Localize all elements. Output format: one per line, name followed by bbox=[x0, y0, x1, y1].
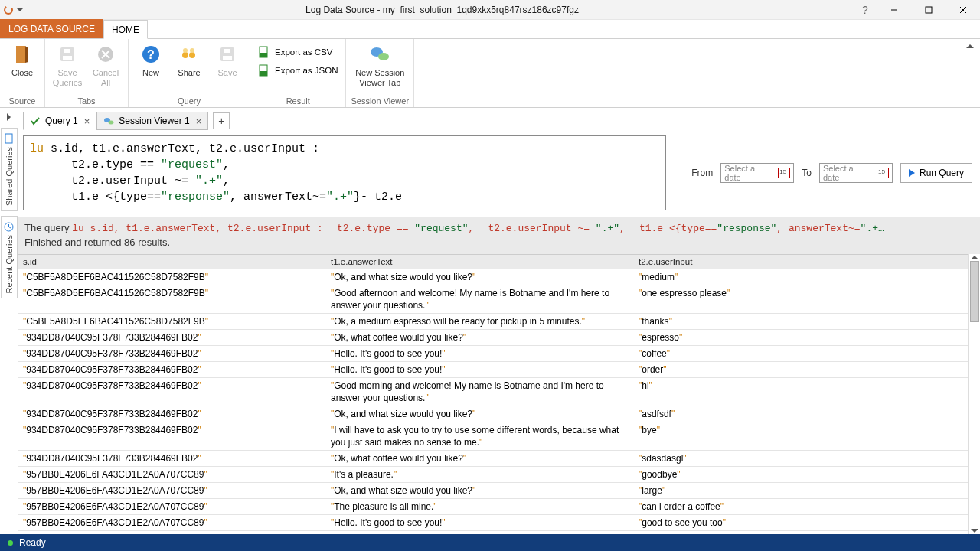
table-header: s.id t1.e.answerText t2.e.userInput bbox=[18, 254, 968, 269]
status-bar: Ready bbox=[0, 534, 980, 551]
ribbon-group-session-viewer: New Session Viewer Tab Session Viewer bbox=[346, 39, 414, 107]
ribbon-group-tabs: Save Queries Cancel All Tabs bbox=[45, 39, 129, 107]
session-viewer-icon bbox=[369, 44, 390, 65]
table-row[interactable]: "C5BF5A8D5EF6BAC411526C58D7582F9B""Ok, a… bbox=[18, 314, 968, 330]
help-button[interactable]: ? bbox=[854, 0, 877, 20]
table-row[interactable]: "934DD87040C95F378F733B284469FB02""Ok, w… bbox=[18, 330, 968, 346]
share-query-button[interactable]: Share bbox=[172, 41, 207, 78]
svg-rect-8 bbox=[63, 56, 72, 60]
run-query-button[interactable]: Run Query bbox=[900, 163, 972, 183]
shared-queries-tab[interactable]: Shared Queries bbox=[1, 128, 18, 211]
svg-point-16 bbox=[189, 52, 195, 58]
table-row[interactable]: "957BB0E4206E6FA43CD1E2A0A707CC89""Ok, a… bbox=[18, 483, 968, 499]
query-controls: From Select a date To Select a date Run … bbox=[674, 163, 972, 183]
table-row[interactable]: "957BB0E4206E6FA43CD1E2A0A707CC89""Hello… bbox=[18, 515, 968, 531]
save-icon bbox=[217, 44, 238, 65]
app-logo-icon bbox=[3, 5, 14, 15]
table-row[interactable]: "957BB0E4206E6FA43CD1E2A0A707CC89""Ok, w… bbox=[18, 531, 968, 534]
to-date-picker[interactable]: Select a date bbox=[819, 163, 893, 183]
table-row[interactable]: "C5BF5A8D5EF6BAC411526C58D7582F9B""Good … bbox=[18, 285, 968, 314]
save-query-button[interactable]: Save bbox=[210, 41, 245, 78]
save-icon bbox=[57, 44, 78, 65]
ribbon-tabstrip: LOG DATA SOURCE HOME bbox=[0, 20, 980, 39]
col-sid[interactable]: s.id bbox=[18, 255, 326, 269]
document-tabstrip: Query 1 × Session Viewer 1 × + bbox=[18, 108, 980, 129]
col-userinput[interactable]: t2.e.userInput bbox=[634, 255, 968, 269]
table-body: "C5BF5A8D5EF6BAC411526C58D7582F9B""Ok, a… bbox=[18, 269, 968, 534]
svg-rect-9 bbox=[64, 49, 70, 53]
ribbon-group-label: Tabs bbox=[77, 96, 95, 107]
ribbon-tab-log-data-source[interactable]: LOG DATA SOURCE bbox=[0, 19, 103, 38]
table-row[interactable]: "934DD87040C95F378F733B284469FB02""Ok, a… bbox=[18, 406, 968, 422]
table-row[interactable]: "957BB0E4206E6FA43CD1E2A0A707CC89""The p… bbox=[18, 499, 968, 515]
svg-text:?: ? bbox=[147, 48, 155, 61]
table-row[interactable]: "934DD87040C95F378F733B284469FB02""I wil… bbox=[18, 422, 968, 451]
door-close-icon bbox=[11, 44, 33, 65]
add-tab-button[interactable]: + bbox=[213, 112, 230, 129]
export-csv-icon bbox=[258, 46, 270, 58]
maximize-button[interactable] bbox=[911, 0, 946, 20]
svg-marker-6 bbox=[25, 46, 28, 63]
window-controls: ? bbox=[854, 0, 980, 20]
status-dot-icon bbox=[8, 540, 13, 546]
calendar-icon bbox=[778, 168, 790, 178]
from-date-picker[interactable]: Select a date bbox=[720, 163, 794, 183]
ribbon-collapse-button[interactable] bbox=[965, 41, 975, 51]
play-icon bbox=[909, 169, 915, 177]
table-row[interactable]: "934DD87040C95F378F733B284469FB02""Hello… bbox=[18, 362, 968, 378]
close-button[interactable]: Close bbox=[5, 41, 40, 78]
cancel-all-button[interactable]: Cancel All bbox=[88, 41, 123, 88]
close-tab-icon[interactable]: × bbox=[194, 116, 202, 127]
left-rail: Shared Queries Recent Queries bbox=[0, 108, 18, 534]
table-row[interactable]: "934DD87040C95F378F733B284469FB02""Hello… bbox=[18, 346, 968, 362]
new-query-icon: ? bbox=[140, 44, 162, 65]
scroll-up-icon[interactable] bbox=[971, 256, 978, 259]
svg-point-33 bbox=[109, 121, 114, 125]
svg-point-0 bbox=[5, 6, 12, 14]
svg-point-15 bbox=[182, 52, 188, 58]
save-queries-button[interactable]: Save Queries bbox=[50, 41, 85, 88]
svg-point-18 bbox=[190, 48, 194, 53]
svg-line-31 bbox=[9, 227, 11, 228]
tab-query-1[interactable]: Query 1 × bbox=[23, 112, 96, 130]
svg-point-17 bbox=[183, 48, 188, 53]
ribbon-group-label: Result bbox=[286, 96, 310, 107]
export-json-icon bbox=[258, 64, 270, 77]
export-csv-button[interactable]: Export as CSV bbox=[255, 44, 341, 60]
col-answertext[interactable]: t1.e.answerText bbox=[326, 255, 634, 269]
to-label: To bbox=[802, 168, 812, 178]
tab-session-viewer-1[interactable]: Session Viewer 1 × bbox=[96, 112, 208, 130]
table-row[interactable]: "934DD87040C95F378F733B284469FB02""Ok, w… bbox=[18, 451, 968, 467]
table-row[interactable]: "C5BF5A8D5EF6BAC411526C58D7582F9B""Ok, a… bbox=[18, 269, 968, 285]
ribbon-tab-home[interactable]: HOME bbox=[103, 20, 148, 39]
export-json-button[interactable]: Export as JSON bbox=[255, 62, 341, 79]
check-icon bbox=[30, 116, 41, 126]
new-session-viewer-button[interactable]: New Session Viewer Tab bbox=[353, 41, 407, 88]
ribbon-group-label: Query bbox=[178, 96, 201, 107]
share-icon bbox=[178, 44, 200, 65]
scroll-down-icon[interactable] bbox=[971, 529, 978, 533]
table-row[interactable]: "957BB0E4206E6FA43CD1E2A0A707CC89""It's … bbox=[18, 467, 968, 483]
close-tab-icon[interactable]: × bbox=[83, 116, 90, 127]
qat-dropdown-icon[interactable] bbox=[17, 8, 23, 11]
query-editor[interactable]: lu s.id, t1.e.answerText, t2.e.userInput… bbox=[23, 135, 666, 210]
close-window-button[interactable] bbox=[946, 0, 980, 20]
titlebar: Log Data Source - my_first_solution_1qd9… bbox=[0, 0, 980, 20]
svg-rect-2 bbox=[926, 7, 932, 13]
ribbon-group-label: Session Viewer bbox=[351, 96, 409, 107]
expand-rail-button[interactable] bbox=[3, 111, 15, 123]
table-row[interactable]: "934DD87040C95F378F733B284469FB02""Good … bbox=[18, 378, 968, 406]
svg-rect-25 bbox=[260, 71, 267, 76]
document-icon bbox=[4, 133, 15, 144]
window-title: Log Data Source - my_first_solution_1qd9… bbox=[31, 5, 854, 15]
scroll-thumb[interactable] bbox=[970, 261, 979, 322]
vertical-scrollbar[interactable] bbox=[968, 254, 980, 534]
cancel-icon bbox=[95, 44, 116, 65]
minimize-button[interactable] bbox=[877, 0, 911, 20]
svg-point-27 bbox=[378, 53, 389, 60]
query-row: lu s.id, t1.e.answerText, t2.e.userInput… bbox=[18, 129, 980, 217]
recent-queries-tab[interactable]: Recent Queries bbox=[1, 216, 18, 298]
new-query-button[interactable]: ? New bbox=[133, 41, 168, 78]
results-area: s.id t1.e.answerText t2.e.userInput "C5B… bbox=[18, 254, 980, 534]
svg-rect-28 bbox=[5, 134, 12, 143]
